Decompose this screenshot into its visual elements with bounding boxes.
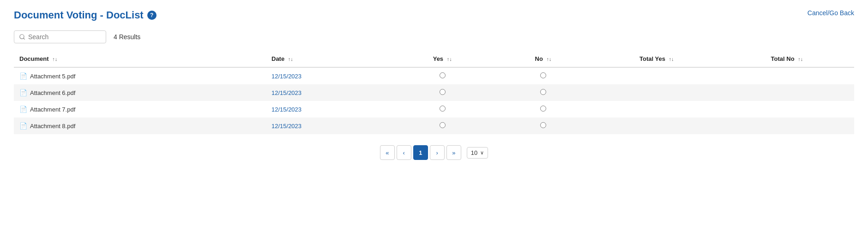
yes-radio-0[interactable] bbox=[392, 67, 493, 84]
date-cell-2: 12/15/2023 bbox=[266, 101, 392, 118]
doc-name: Attachment 6.pdf bbox=[30, 89, 75, 96]
date-cell-3: 12/15/2023 bbox=[266, 118, 392, 134]
no-radio-0[interactable] bbox=[493, 67, 593, 84]
page-title-text: Document Voting - DocList bbox=[14, 9, 144, 21]
pdf-icon: 📄 bbox=[19, 106, 27, 113]
table-row: 📄 Attachment 5.pdf 12/15/2023 bbox=[14, 67, 854, 84]
search-box bbox=[14, 30, 106, 43]
svg-line-1 bbox=[24, 38, 25, 40]
doc-cell-1: 📄 Attachment 6.pdf bbox=[14, 84, 266, 101]
doc-cell-0: 📄 Attachment 5.pdf bbox=[14, 67, 266, 84]
col-header-total-yes[interactable]: Total Yes ↑↓ bbox=[594, 51, 720, 67]
sort-icon-no: ↑↓ bbox=[547, 56, 552, 62]
page-size-value: 10 bbox=[471, 149, 477, 156]
total-no-0 bbox=[720, 67, 854, 84]
col-header-document[interactable]: Document ↑↓ bbox=[14, 51, 266, 67]
prev-page-button[interactable]: ‹ bbox=[397, 145, 411, 160]
doc-name: Attachment 7.pdf bbox=[30, 106, 75, 113]
date-cell-0: 12/15/2023 bbox=[266, 67, 392, 84]
pdf-icon: 📄 bbox=[19, 89, 27, 96]
total-yes-1 bbox=[594, 84, 720, 101]
sort-icon-total-yes: ↑↓ bbox=[669, 56, 674, 62]
total-yes-3 bbox=[594, 118, 720, 134]
col-header-yes[interactable]: Yes ↑↓ bbox=[392, 51, 493, 67]
search-icon bbox=[19, 34, 25, 40]
pagination: « ‹ 1 › » 10 ∨ bbox=[14, 145, 854, 160]
toolbar: 4 Results bbox=[14, 30, 854, 43]
total-yes-0 bbox=[594, 67, 720, 84]
sort-icon-document: ↑↓ bbox=[52, 56, 57, 62]
cancel-go-back-link[interactable]: Cancel/Go Back bbox=[808, 9, 854, 17]
table-header: Document ↑↓ Date ↑↓ Yes ↑↓ No ↑↓ Total Y… bbox=[14, 51, 854, 67]
doc-cell-2: 📄 Attachment 7.pdf bbox=[14, 101, 266, 118]
results-count: 4 Results bbox=[114, 33, 140, 41]
page-header: Document Voting - DocList ? Cancel/Go Ba… bbox=[14, 9, 854, 21]
yes-radio-2[interactable] bbox=[392, 101, 493, 118]
total-no-1 bbox=[720, 84, 854, 101]
pdf-icon: 📄 bbox=[19, 72, 27, 80]
documents-table: Document ↑↓ Date ↑↓ Yes ↑↓ No ↑↓ Total Y… bbox=[14, 51, 854, 134]
table-body: 📄 Attachment 5.pdf 12/15/2023 📄 Attachme… bbox=[14, 67, 854, 134]
col-header-date[interactable]: Date ↑↓ bbox=[266, 51, 392, 67]
help-icon[interactable]: ? bbox=[147, 11, 157, 20]
page-title: Document Voting - DocList ? bbox=[14, 9, 157, 21]
total-no-2 bbox=[720, 101, 854, 118]
col-header-no[interactable]: No ↑↓ bbox=[493, 51, 593, 67]
doc-name: Attachment 8.pdf bbox=[30, 123, 75, 130]
date-cell-1: 12/15/2023 bbox=[266, 84, 392, 101]
pdf-icon: 📄 bbox=[19, 122, 27, 130]
sort-icon-total-no: ↑↓ bbox=[798, 56, 803, 62]
current-page-button[interactable]: 1 bbox=[413, 145, 428, 160]
search-input[interactable] bbox=[28, 33, 101, 41]
no-radio-3[interactable] bbox=[493, 118, 593, 134]
next-page-button[interactable]: › bbox=[430, 145, 445, 160]
chevron-down-icon: ∨ bbox=[480, 150, 484, 156]
sort-icon-date: ↑↓ bbox=[288, 56, 293, 62]
col-header-total-no[interactable]: Total No ↑↓ bbox=[720, 51, 854, 67]
yes-radio-3[interactable] bbox=[392, 118, 493, 134]
no-radio-2[interactable] bbox=[493, 101, 593, 118]
table-row: 📄 Attachment 7.pdf 12/15/2023 bbox=[14, 101, 854, 118]
total-yes-2 bbox=[594, 101, 720, 118]
sort-icon-yes: ↑↓ bbox=[447, 56, 452, 62]
page-size-select[interactable]: 10 ∨ bbox=[467, 147, 488, 159]
table-row: 📄 Attachment 8.pdf 12/15/2023 bbox=[14, 118, 854, 134]
last-page-button[interactable]: » bbox=[446, 145, 461, 160]
table-row: 📄 Attachment 6.pdf 12/15/2023 bbox=[14, 84, 854, 101]
doc-name: Attachment 5.pdf bbox=[30, 73, 75, 80]
total-no-3 bbox=[720, 118, 854, 134]
yes-radio-1[interactable] bbox=[392, 84, 493, 101]
first-page-button[interactable]: « bbox=[380, 145, 395, 160]
no-radio-1[interactable] bbox=[493, 84, 593, 101]
doc-cell-3: 📄 Attachment 8.pdf bbox=[14, 118, 266, 134]
